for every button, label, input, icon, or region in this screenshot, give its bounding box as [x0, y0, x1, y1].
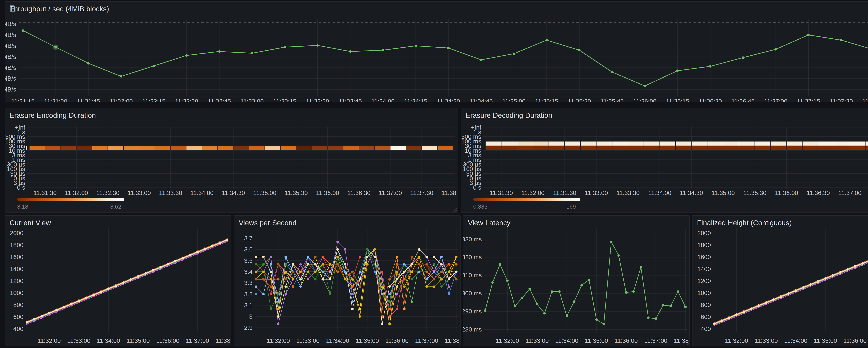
heatmap-cell[interactable]	[707, 142, 723, 146]
heatmap-cell[interactable]	[739, 142, 755, 146]
throughput-chart[interactable]: 13.3 MB/s13.5 MB/s13.8 MB/s14 MB/s14.3 M…	[5, 2, 868, 102]
heatmap-cell[interactable]	[343, 146, 359, 150]
panel-header[interactable]: Erasure Decoding Duration	[466, 111, 552, 119]
heatmap-cell[interactable]	[850, 142, 866, 146]
heatmap-cell[interactable]	[202, 146, 217, 150]
heatmap-cell[interactable]	[45, 146, 60, 150]
heatmap-cell[interactable]	[108, 146, 123, 150]
heatmap-cell[interactable]	[218, 146, 233, 150]
heatmap-cell[interactable]	[76, 146, 92, 150]
finalized-height-chart[interactable]: 40060080010001200140016001800200011:32:0…	[692, 216, 868, 346]
data-point	[359, 278, 361, 281]
panel-header[interactable]: Throughput / sec (4MiB blocks)	[9, 5, 114, 13]
heatmap-cell[interactable]	[676, 146, 691, 150]
heatmap-cell[interactable]	[124, 146, 139, 150]
heatmap-cell[interactable]	[692, 146, 707, 150]
heatmap-cell[interactable]	[581, 142, 596, 146]
heatmap-cell[interactable]	[486, 142, 501, 146]
heatmap-cell[interactable]	[533, 142, 549, 146]
heatmap-cell[interactable]	[612, 146, 628, 150]
heatmap-cell[interactable]	[755, 142, 770, 146]
heatmap-cell[interactable]	[596, 146, 612, 150]
heatmap-cell[interactable]	[186, 146, 202, 150]
heatmap-cell[interactable]	[676, 142, 691, 146]
current-view-chart[interactable]: 40060080010001200140016001800200011:32:0…	[5, 216, 231, 346]
heatmap-cell[interactable]	[422, 146, 437, 150]
heatmap-cell[interactable]	[234, 146, 249, 150]
heatmap-cell[interactable]	[834, 142, 849, 146]
heatmap-cell[interactable]	[834, 146, 849, 150]
heatmap-cell[interactable]	[501, 146, 517, 150]
decoding-heatmap[interactable]: +Inf1 s300 ms100 ms30 ms10 ms3 ms1 ms300…	[461, 108, 868, 212]
heatmap-cell[interactable]	[406, 146, 422, 150]
panel-header[interactable]: View Latency	[468, 219, 510, 227]
heatmap-cell[interactable]	[30, 146, 45, 150]
heatmap-cell[interactable]	[281, 146, 296, 150]
heatmap-cell[interactable]	[359, 146, 374, 150]
heatmap-cell[interactable]	[787, 146, 802, 150]
heatmap-cell[interactable]	[612, 142, 628, 146]
heatmap-cell[interactable]	[517, 146, 533, 150]
heatmap-cell[interactable]	[265, 146, 280, 150]
heatmap-cell[interactable]	[755, 146, 770, 150]
heatmap-cell[interactable]	[92, 146, 107, 150]
heatmap-cell[interactable]	[803, 146, 818, 150]
views-per-second-chart[interactable]: 2.933.13.23.33.43.53.63.711:32:0011:33:0…	[234, 216, 460, 346]
heatmap-cell[interactable]	[533, 146, 549, 150]
heatmap-cell[interactable]	[707, 146, 723, 150]
heatmap-cell[interactable]	[660, 146, 675, 150]
heatmap-cell[interactable]	[501, 142, 517, 146]
heatmap-cell[interactable]	[660, 142, 675, 146]
heatmap-cell[interactable]	[644, 142, 659, 146]
heatmap-cell[interactable]	[692, 142, 707, 146]
panel-header[interactable]: Finalized Height (Contiguous)	[697, 219, 792, 227]
heatmap-cell[interactable]	[549, 142, 564, 146]
view-latency-chart[interactable]: 280 ms290 ms300 ms310 ms320 ms330 ms11:3…	[463, 216, 689, 346]
x-tick-label: 11:34:30	[676, 190, 707, 196]
heatmap-cell[interactable]	[787, 142, 802, 146]
y-tick-label: 14.3 MB/s	[5, 42, 16, 49]
panel-header[interactable]: Erasure Encoding Duration	[9, 111, 96, 119]
heatmap-cell[interactable]	[818, 142, 834, 146]
heatmap-cell[interactable]	[803, 142, 818, 146]
heatmap-cell[interactable]	[375, 146, 390, 150]
heatmap-cell[interactable]	[739, 146, 755, 150]
x-tick-label: 11:33:30	[302, 98, 333, 102]
heatmap-cell[interactable]	[866, 146, 868, 150]
heatmap-cell[interactable]	[644, 146, 659, 150]
x-tick-label: 11:34:30	[433, 98, 464, 102]
heatmap-cell[interactable]	[628, 142, 644, 146]
heatmap-cell[interactable]	[850, 146, 866, 150]
y-tick-label: 14 MB/s	[5, 53, 16, 60]
panel-header[interactable]: Views per Second	[239, 219, 297, 227]
heatmap-cell[interactable]	[61, 146, 76, 150]
panel-header[interactable]: Current View	[9, 219, 51, 227]
heatmap-cell[interactable]	[517, 142, 533, 146]
heatmap-cell[interactable]	[771, 142, 786, 146]
heatmap-cell[interactable]	[296, 146, 312, 150]
heatmap-cell[interactable]	[155, 146, 170, 150]
heatmap-cell[interactable]	[723, 142, 739, 146]
data-point	[122, 281, 124, 284]
data-point	[152, 269, 154, 271]
heatmap-cell[interactable]	[565, 142, 580, 146]
series-line-node-cream	[714, 242, 868, 324]
heatmap-cell[interactable]	[596, 142, 612, 146]
heatmap-cell[interactable]	[391, 146, 406, 150]
heatmap-cell[interactable]	[628, 146, 644, 150]
heatmap-cell[interactable]	[771, 146, 786, 150]
heatmap-cell[interactable]	[581, 146, 596, 150]
heatmap-cell[interactable]	[866, 142, 868, 146]
heatmap-cell[interactable]	[328, 146, 343, 150]
heatmap-cell[interactable]	[723, 146, 739, 150]
heatmap-cell[interactable]	[438, 146, 453, 150]
heatmap-cell[interactable]	[549, 146, 564, 150]
heatmap-cell[interactable]	[171, 146, 186, 150]
heatmap-cell[interactable]	[140, 146, 155, 150]
heatmap-cell[interactable]	[818, 146, 834, 150]
encoding-heatmap[interactable]: +Inf1 s300 ms100 ms30 ms10 ms3 ms1 ms300…	[5, 108, 458, 212]
heatmap-cell[interactable]	[486, 146, 501, 150]
heatmap-cell[interactable]	[312, 146, 327, 150]
heatmap-cell[interactable]	[249, 146, 265, 150]
heatmap-cell[interactable]	[565, 146, 580, 150]
